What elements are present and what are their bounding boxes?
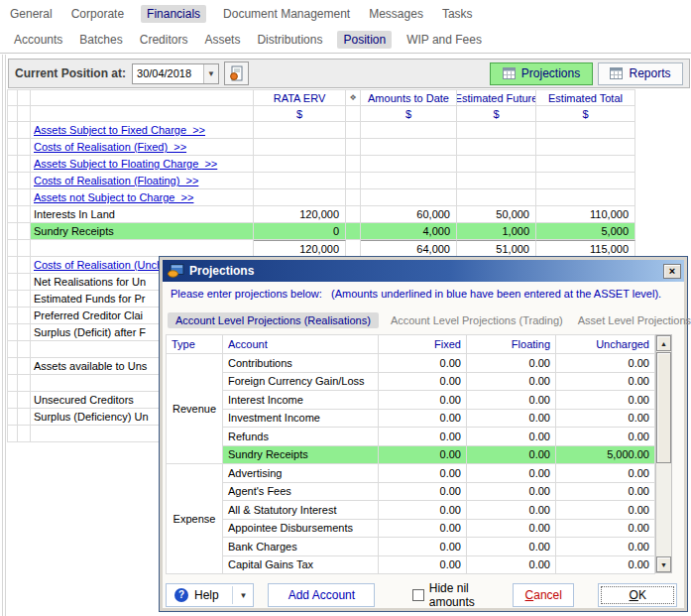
section-link-assets-subject-to-fixed-charge[interactable]: Assets Subject to Fixed Charge >> xyxy=(34,124,205,136)
floating-amount-cell[interactable]: 0.00 xyxy=(467,555,556,574)
recalculate-position-button[interactable] xyxy=(224,62,249,85)
checkbox-icon[interactable] xyxy=(412,589,423,601)
grid-row-appointee-disbursements[interactable]: Appointee Disbursements0.000.000.00 xyxy=(167,519,655,538)
position-date-input[interactable]: 30/04/2018 ▼ xyxy=(132,63,219,84)
floating-amount-cell[interactable]: 0.00 xyxy=(467,519,556,538)
fixed-amount-cell[interactable]: 0.00 xyxy=(379,519,467,538)
floating-amount-cell[interactable]: 0.00 xyxy=(467,538,556,556)
fixed-amount-cell[interactable]: 0.00 xyxy=(379,409,467,428)
cancel-button[interactable]: Cancel xyxy=(513,583,575,607)
close-icon[interactable]: × xyxy=(663,264,681,279)
uncharged-amount-cell[interactable]: 0.00 xyxy=(556,354,655,373)
uncharged-amount-cell[interactable]: 0.00 xyxy=(556,538,655,556)
table-row[interactable]: Sundry Receipts04,0001,0005,000 xyxy=(8,223,635,240)
fixed-amount-cell[interactable]: 0.00 xyxy=(379,372,467,391)
grid-row-bank-charges[interactable]: Bank Charges0.000.000.00 xyxy=(167,538,655,556)
uncharged-amount-cell[interactable]: 0.00 xyxy=(556,391,655,410)
grid-row-foreign-currency-gain-loss[interactable]: Foreign Currency Gain/Loss0.000.000.00 xyxy=(167,372,655,391)
uncharged-amount-cell[interactable]: 0.00 xyxy=(556,428,655,446)
grid-row-agent-s-fees[interactable]: Agent's Fees0.000.000.00 xyxy=(167,482,655,501)
date-dropdown-icon[interactable]: ▼ xyxy=(203,64,218,83)
section-link-costs-of-realisation-floating[interactable]: Costs of Realisation (Floating) >> xyxy=(34,175,198,186)
fixed-amount-cell[interactable]: 0.00 xyxy=(379,501,467,520)
floating-amount-cell[interactable]: 0.00 xyxy=(467,372,556,391)
vertical-scrollbar[interactable]: ▲ ▼ xyxy=(655,334,672,573)
fixed-amount-cell[interactable]: 0.00 xyxy=(379,482,467,501)
tab-account-level-projections-realisations[interactable]: Account Level Projections (Realisations) xyxy=(168,312,379,328)
floating-amount-cell[interactable]: 0.00 xyxy=(467,428,556,446)
grid-row-interest-income[interactable]: Interest Income0.000.000.00 xyxy=(167,391,655,410)
floating-amount-cell[interactable]: 0.00 xyxy=(467,409,556,428)
fixed-amount-cell[interactable]: 0.00 xyxy=(379,555,467,574)
uncharged-amount-cell[interactable]: 0.00 xyxy=(556,372,655,391)
grid-row-contributions[interactable]: RevenueContributions0.000.000.00 xyxy=(167,354,655,373)
reports-button[interactable]: Reports xyxy=(598,62,683,85)
section-link-assets-not-subject-to-charge[interactable]: Assets not Subject to Charge >> xyxy=(34,191,193,203)
grid-row-refunds[interactable]: Refunds0.000.000.00 xyxy=(167,428,655,446)
hide-nil-amounts-label: Hide nil amounts xyxy=(429,581,513,609)
subtab-creditors[interactable]: Creditors xyxy=(138,31,190,49)
floating-amount-cell[interactable]: 0.00 xyxy=(467,354,556,373)
tab-asset-level-projections[interactable]: Asset Level Projections xyxy=(575,312,691,328)
uncharged-amount-cell[interactable]: 0.00 xyxy=(556,555,655,574)
floating-amount-cell[interactable]: 0.00 xyxy=(467,482,556,501)
projections-button[interactable]: Projections xyxy=(490,62,593,85)
menu-item-general[interactable]: General xyxy=(8,5,55,23)
fixed-amount-cell[interactable]: 0.00 xyxy=(379,445,467,464)
menu-item-document-management[interactable]: Document Management xyxy=(221,5,352,23)
subtab-accounts[interactable]: Accounts xyxy=(12,31,64,49)
value-cell xyxy=(361,189,457,206)
fixed-amount-cell[interactable]: 0.00 xyxy=(379,464,467,483)
uncharged-amount-cell[interactable]: 0.00 xyxy=(556,501,655,520)
ok-button[interactable]: OK xyxy=(598,583,677,607)
subtab-wip-and-fees[interactable]: WIP and Fees xyxy=(404,31,484,49)
uncharged-amount-cell[interactable]: 0.00 xyxy=(556,464,655,483)
fixed-amount-cell[interactable]: 0.00 xyxy=(379,354,467,373)
grid-row-investment-income[interactable]: Investment Income0.000.000.00 xyxy=(167,409,655,428)
fixed-amount-cell[interactable]: 0.00 xyxy=(379,538,467,556)
scrollbar-thumb[interactable] xyxy=(656,352,671,463)
uncharged-amount-cell[interactable]: 0.00 xyxy=(556,519,655,538)
grid-row-capital-gains-tax[interactable]: Capital Gains Tax0.000.000.00 xyxy=(167,555,655,574)
hide-nil-amounts-checkbox[interactable]: Hide nil amounts xyxy=(412,581,513,609)
date-value[interactable]: 30/04/2018 xyxy=(133,67,203,79)
grid-row-all-statutory-interest[interactable]: All & Statutory Interest0.000.000.00 xyxy=(167,501,655,520)
menu-item-corporate[interactable]: Corporate xyxy=(69,5,126,23)
subtab-assets[interactable]: Assets xyxy=(202,31,242,49)
menu-item-financials[interactable]: Financials xyxy=(141,5,206,23)
floating-amount-cell[interactable]: 0.00 xyxy=(467,445,556,464)
grid-row-advertising[interactable]: ExpenseAdvertising0.000.000.00 xyxy=(167,464,655,483)
dialog-titlebar[interactable]: Projections × xyxy=(163,260,684,282)
menu-item-tasks[interactable]: Tasks xyxy=(440,5,475,23)
subtab-batches[interactable]: Batches xyxy=(77,31,124,49)
section-link-row[interactable]: Assets not Subject to Charge >> xyxy=(8,189,635,206)
table-row[interactable]: 120,00064,00051,000115,000 xyxy=(8,240,635,257)
help-dropdown-icon[interactable]: ▼ xyxy=(233,591,253,600)
floating-amount-cell[interactable]: 0.00 xyxy=(467,464,556,483)
fixed-amount-cell[interactable]: 0.00 xyxy=(379,391,467,410)
section-link-assets-subject-to-floating-charge[interactable]: Assets Subject to Floating Charge >> xyxy=(34,158,217,170)
uncharged-amount-cell[interactable]: 0.00 xyxy=(556,482,655,501)
menu-item-messages[interactable]: Messages xyxy=(367,5,425,23)
section-link-row[interactable]: Costs of Realisation (Floating) >> xyxy=(8,173,635,189)
tab-account-level-projections-trading[interactable]: Account Level Projections (Trading) xyxy=(388,312,566,328)
scrollbar-up-icon[interactable]: ▲ xyxy=(656,335,671,351)
section-link-costs-of-realisation-fixed[interactable]: Costs of Realisation (Fixed) >> xyxy=(34,141,186,153)
grid-row-sundry-receipts[interactable]: Sundry Receipts0.000.005,000.00 xyxy=(167,445,655,464)
add-account-button[interactable]: Add Account xyxy=(268,583,375,607)
fixed-amount-cell[interactable]: 0.00 xyxy=(379,428,467,446)
section-link-costs-of-realisation-unch[interactable]: Costs of Realisation (Unch xyxy=(34,259,163,271)
section-link-row[interactable]: Assets Subject to Floating Charge >> xyxy=(8,156,635,173)
indent-cell xyxy=(8,341,18,358)
floating-amount-cell[interactable]: 0.00 xyxy=(467,501,556,520)
subtab-position[interactable]: Position xyxy=(337,31,392,49)
section-link-row[interactable]: Costs of Realisation (Fixed) >> xyxy=(8,139,635,156)
uncharged-amount-cell[interactable]: 5,000.00 xyxy=(556,445,655,464)
scrollbar-down-icon[interactable]: ▼ xyxy=(656,556,671,572)
floating-amount-cell[interactable]: 0.00 xyxy=(467,391,556,410)
uncharged-amount-cell[interactable]: 0.00 xyxy=(556,409,655,428)
section-link-row[interactable]: Assets Subject to Fixed Charge >> xyxy=(8,122,635,139)
subtab-distributions[interactable]: Distributions xyxy=(255,31,324,49)
help-button[interactable]: ? Help ▼ xyxy=(166,583,254,607)
table-row[interactable]: Interests In Land120,00060,00050,000110,… xyxy=(8,206,635,223)
